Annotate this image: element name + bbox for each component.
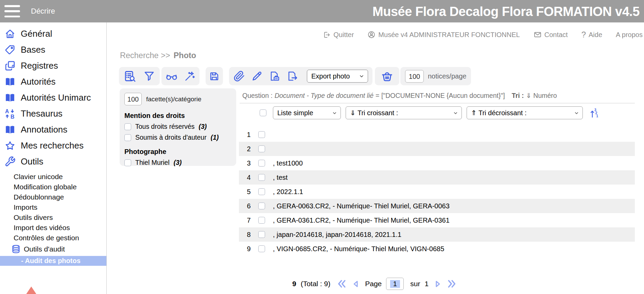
facet-checkbox[interactable]	[124, 123, 131, 130]
star-icon	[4, 140, 16, 151]
quit-link[interactable]: Quitter	[323, 31, 354, 39]
sidebar-item-outils-audit[interactable]: Outils d'audit	[0, 243, 106, 255]
breadcrumb-current: Photo	[174, 51, 196, 60]
glasses-view-button[interactable]	[166, 70, 178, 82]
sidebar-item-registres[interactable]: Registres	[0, 58, 106, 74]
print-document-button[interactable]	[269, 70, 280, 82]
row-checkbox[interactable]	[258, 188, 265, 195]
row-checkbox[interactable]	[258, 203, 265, 209]
hamburger-menu-icon[interactable]	[4, 5, 20, 17]
table-row[interactable]: 4 , test	[239, 170, 635, 185]
row-text: , GERA-0063.CR2, - Numérique- Thiel Muri…	[273, 202, 450, 210]
sidebar-item-annotations[interactable]: Annotations	[0, 122, 106, 138]
row-number: 5	[246, 188, 252, 196]
sidebar-item-label: Thesaurus	[21, 108, 63, 119]
table-row[interactable]: 3 , test1000	[239, 156, 635, 170]
page-number-input[interactable]: 1	[386, 278, 404, 290]
display-mode-select[interactable]: Liste simple	[273, 106, 341, 119]
export-type-select[interactable]: Export photo	[307, 70, 368, 83]
facet-count-input[interactable]: 100	[124, 93, 142, 105]
sidebar-subitem-controles-gestion[interactable]: Contrôles de gestion	[0, 233, 106, 243]
search-form-button[interactable]	[124, 70, 136, 82]
sidebar-item-general[interactable]: Général	[0, 26, 106, 42]
sidebar-item-autorites-unimarc[interactable]: Autorités Unimarc	[0, 90, 106, 106]
breadcrumb: Recherche >> Photo	[120, 51, 196, 60]
table-row[interactable]: 9 , VIGN-0685.CR2, - Numérique- Thiel Mu…	[239, 242, 635, 256]
contact-link[interactable]: Contact	[534, 31, 568, 39]
facet-panel: 100 facette(s)/catégorie Mention des dro…	[120, 88, 236, 166]
row-number: 2	[246, 145, 252, 153]
page-total: 1	[424, 280, 429, 288]
row-number: 9	[246, 245, 252, 253]
edit-pencil-button[interactable]	[251, 70, 263, 82]
sidebar-subitem-clavier-unicode[interactable]: Clavier unicode	[0, 172, 106, 182]
mail-icon	[534, 31, 542, 39]
table-row[interactable]: 5 , 2022.1.1	[239, 185, 635, 199]
sidebar-item-audit-des-photos-active[interactable]: - Audit des photos	[0, 256, 106, 266]
question-mark-icon: ?	[581, 30, 586, 39]
svg-text:B: B	[11, 114, 14, 119]
sort-bar: Liste simple ⇓ Tri croissant : ⇑ Tri déc…	[260, 106, 599, 119]
table-row[interactable]: 7 , GERA-0361.CR2, - Numérique- Thiel Mu…	[239, 213, 635, 227]
sidebar-item-label: Bases	[21, 45, 45, 55]
toolbar: Export photo 100 notices/page	[119, 67, 471, 85]
sidebar-subitem-imports[interactable]: Imports	[0, 202, 106, 212]
table-row[interactable]: 1	[239, 127, 635, 142]
sidebar-item-outils[interactable]: Outils	[0, 154, 106, 170]
help-label: Aide	[589, 31, 602, 39]
display-mode-value: Liste simple	[277, 109, 313, 117]
select-all-checkbox[interactable]	[260, 109, 266, 116]
numeric-sort-icon[interactable]: 321	[590, 108, 599, 118]
sort-descending-select[interactable]: ⇑ Tri décroissant :	[467, 106, 583, 119]
export-select-value: Export photo	[311, 72, 350, 80]
quit-label: Quitter	[333, 31, 354, 39]
facet-checkbox[interactable]	[124, 159, 131, 166]
svg-text:1: 1	[596, 114, 598, 118]
user-icon	[367, 31, 376, 39]
chevron-down-icon	[574, 110, 579, 116]
row-checkbox[interactable]	[258, 174, 265, 181]
first-page-button[interactable]	[337, 279, 347, 289]
last-page-button[interactable]	[447, 279, 457, 289]
row-checkbox[interactable]	[258, 217, 265, 224]
row-number: 7	[246, 217, 252, 224]
basket-button[interactable]	[381, 70, 394, 83]
sort-descending-value: ⇑ Tri décroissant :	[471, 109, 526, 117]
facet-count: (3)	[174, 159, 182, 167]
row-number: 3	[246, 159, 252, 167]
table-row[interactable]: 2	[239, 142, 635, 156]
sidebar-item-autorites[interactable]: Autorités	[0, 74, 106, 90]
row-checkbox[interactable]	[258, 131, 265, 138]
current-user[interactable]: Musée v4 ADMINISTRATEUR FONCTIONNEL	[367, 31, 520, 39]
sidebar-subitem-modification-globale[interactable]: Modification globale	[0, 182, 106, 192]
sidebar-item-bases[interactable]: Bases	[0, 42, 106, 58]
sidebar-item-label: Général	[21, 29, 52, 39]
next-page-button[interactable]	[433, 279, 442, 289]
row-checkbox[interactable]	[258, 231, 265, 238]
sidebar-item-thesaurus[interactable]: AB Thesaurus	[0, 106, 106, 122]
notices-per-page-input[interactable]: 100	[405, 70, 424, 83]
chevron-down-icon	[453, 110, 458, 116]
sidebar-subitem-dedoublonnage[interactable]: Dédoublonnage	[0, 192, 106, 202]
row-text: , VIGN-0685.CR2, - Numérique- Thiel Muri…	[273, 245, 444, 253]
previous-page-button[interactable]	[351, 279, 361, 289]
table-row[interactable]: 6 , GERA-0063.CR2, - Numérique- Thiel Mu…	[239, 199, 635, 213]
sidebar-item-mes-recherches[interactable]: Mes recherches	[0, 138, 106, 154]
sidebar-subitem-import-videos[interactable]: Import des vidéos	[0, 223, 106, 233]
sort-ascending-select[interactable]: ⇓ Tri croissant :	[346, 106, 462, 119]
table-row[interactable]: 8 , japan-2014618, japan-2014618, 2021.1…	[239, 227, 635, 242]
facet-label: Soumis à droits d'auteur	[135, 134, 207, 141]
row-checkbox[interactable]	[258, 145, 265, 152]
row-checkbox[interactable]	[258, 160, 265, 167]
row-checkbox[interactable]	[258, 245, 265, 252]
help-link[interactable]: ? Aide	[581, 30, 602, 39]
about-link[interactable]: A propos	[616, 31, 643, 39]
export-document-button[interactable]	[286, 70, 298, 82]
facet-checkbox[interactable]	[124, 134, 131, 141]
tag-icon	[4, 44, 16, 55]
magic-wand-button[interactable]	[184, 70, 195, 82]
save-button[interactable]	[209, 71, 220, 82]
filter-funnel-button[interactable]	[143, 70, 155, 82]
attachment-button[interactable]	[233, 70, 245, 82]
sidebar-subitem-outils-divers[interactable]: Outils divers	[0, 212, 106, 223]
